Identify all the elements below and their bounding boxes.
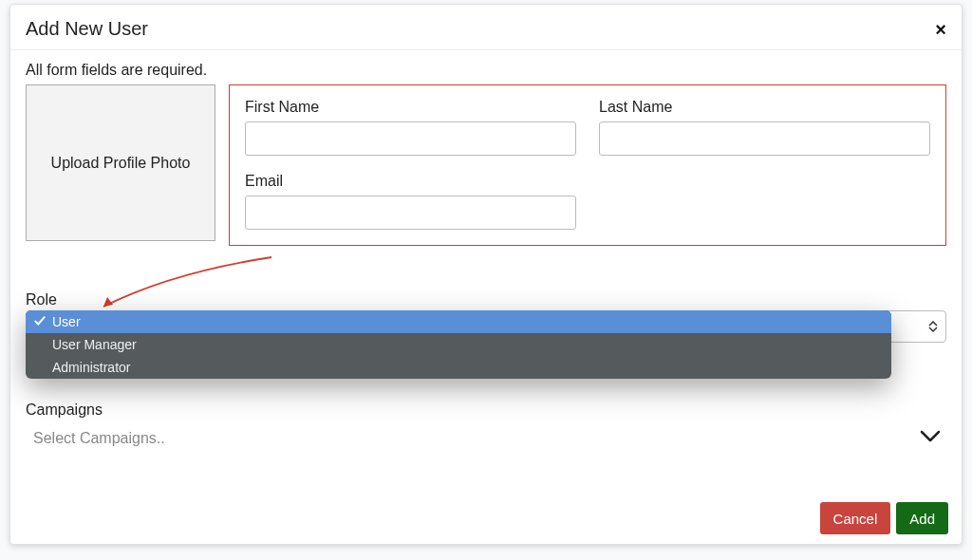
upload-profile-photo[interactable]: Upload Profile Photo xyxy=(26,84,215,241)
required-fields-text: All form fields are required. xyxy=(26,62,946,79)
annotated-fields-frame: First Name Last Name Email xyxy=(229,84,946,246)
campaigns-label: Campaigns xyxy=(26,401,946,419)
last-name-label: Last Name xyxy=(599,99,930,116)
first-name-field-group: First Name xyxy=(245,99,576,156)
role-dropdown[interactable]: User User Manager Administrator xyxy=(26,310,891,379)
close-icon[interactable]: × xyxy=(935,20,946,39)
campaigns-section: Campaigns Select Campaigns.. xyxy=(26,401,946,447)
modal-title: Add New User xyxy=(26,18,148,40)
role-option-user[interactable]: User xyxy=(26,310,891,333)
email-input[interactable] xyxy=(245,196,576,230)
modal-footer: Cancel Add xyxy=(820,502,948,534)
cancel-button[interactable]: Cancel xyxy=(820,502,891,534)
role-option-user-manager[interactable]: User Manager xyxy=(26,333,891,356)
campaigns-select[interactable]: Select Campaigns.. xyxy=(26,430,946,447)
add-user-modal: Add New User × All form fields are requi… xyxy=(9,4,963,545)
role-section: Role User User User Manager xyxy=(26,291,946,343)
last-name-input[interactable] xyxy=(599,121,930,156)
first-name-label: First Name xyxy=(245,99,576,116)
email-field-group: Email xyxy=(245,173,576,230)
email-label: Email xyxy=(245,173,576,190)
first-name-input[interactable] xyxy=(245,121,576,156)
add-button[interactable]: Add xyxy=(896,502,948,534)
upload-profile-photo-label: Upload Profile Photo xyxy=(51,155,191,172)
campaigns-placeholder: Select Campaigns.. xyxy=(33,430,165,447)
role-option-label: User Manager xyxy=(52,337,137,352)
role-option-label: User xyxy=(52,314,81,329)
modal-header: Add New User × xyxy=(10,5,962,50)
modal-body: All form fields are required. Upload Pro… xyxy=(10,50,962,447)
check-icon xyxy=(33,314,47,327)
chevron-down-icon[interactable] xyxy=(920,430,941,447)
role-label: Role xyxy=(26,291,946,308)
top-row: Upload Profile Photo First Name Last Nam… xyxy=(26,84,946,246)
role-option-label: Administrator xyxy=(52,360,130,375)
select-stepper-icon xyxy=(928,321,938,332)
last-name-field-group: Last Name xyxy=(599,99,930,156)
role-option-administrator[interactable]: Administrator xyxy=(26,356,891,379)
